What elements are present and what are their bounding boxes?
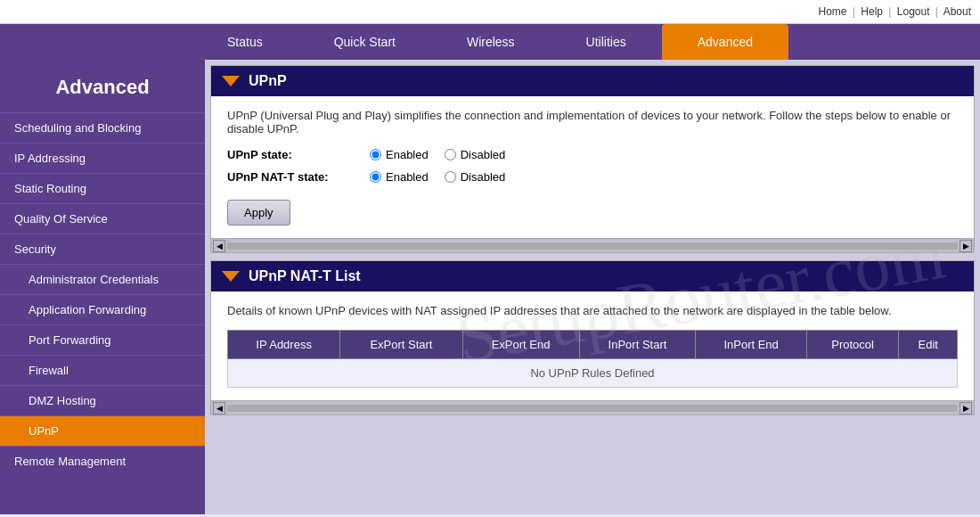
upnp-section-header: UPnP	[211, 66, 974, 96]
about-link[interactable]: About	[943, 5, 971, 18]
sidebar-item-port-forwarding[interactable]: Port Forwarding	[0, 324, 205, 355]
nat-scrollbar[interactable]: ◀ ▶	[211, 400, 974, 414]
upnp-nat-radios: Enabled Disabled	[370, 170, 505, 184]
upnp-nat-section: UPnP NAT-T List Details of known UPnP de…	[210, 260, 975, 415]
sidebar-item-upnp[interactable]: UPnP	[0, 415, 205, 446]
upnp-nat-section-header: UPnP NAT-T List	[211, 261, 974, 291]
sidebar-item-remote-management[interactable]: Remote Management	[0, 446, 205, 476]
table-header-row: IP Address ExPort Start ExPort End InPor…	[228, 331, 958, 359]
upnp-state-row: UPnP state: Enabled Disabled	[227, 148, 958, 161]
logout-link[interactable]: Logout	[897, 5, 930, 18]
empty-message: No UPnP Rules Defined	[228, 359, 958, 388]
upnp-state-enabled-label: Enabled	[386, 148, 429, 161]
upnp-nat-table: IP Address ExPort Start ExPort End InPor…	[227, 330, 958, 388]
home-link[interactable]: Home	[818, 5, 846, 18]
sidebar-item-static-routing[interactable]: Static Routing	[0, 173, 205, 203]
col-protocol: Protocol	[806, 331, 899, 359]
upnp-nat-disabled-radio[interactable]	[445, 171, 456, 183]
nat-collapse-icon[interactable]	[222, 271, 240, 282]
upnp-body: UPnP (Universal Plug and Play) simplifie…	[211, 96, 974, 238]
col-inport-start: InPort Start	[579, 331, 696, 359]
upnp-state-radios: Enabled Disabled	[370, 148, 505, 161]
nav-wireless[interactable]: Wireless	[431, 24, 551, 60]
scroll-left-arrow[interactable]: ◀	[213, 240, 225, 252]
help-link[interactable]: Help	[861, 5, 883, 18]
upnp-state-label: UPnP state:	[227, 148, 370, 161]
main-layout: Advanced Scheduling and Blocking IP Addr…	[0, 60, 980, 514]
upnp-nat-enabled-radio[interactable]	[370, 171, 381, 183]
upnp-nat-label: UPnP NAT-T state:	[227, 170, 370, 184]
nat-scroll-right-arrow[interactable]: ▶	[960, 402, 972, 414]
sidebar-item-security[interactable]: Security	[0, 234, 205, 264]
upnp-nat-disabled-option[interactable]: Disabled	[445, 170, 506, 184]
sidebar-item-scheduling[interactable]: Scheduling and Blocking	[0, 112, 205, 143]
scroll-right-arrow[interactable]: ▶	[960, 240, 972, 252]
nav-advanced[interactable]: Advanced	[662, 24, 788, 60]
upnp-nat-row: UPnP NAT-T state: Enabled Disabled	[227, 170, 958, 184]
nat-scroll-left-arrow[interactable]: ◀	[213, 402, 225, 414]
sidebar-item-firewall[interactable]: Firewall	[0, 355, 205, 385]
upnp-scrollbar[interactable]: ◀ ▶	[211, 238, 974, 252]
upnp-nat-disabled-label: Disabled	[461, 170, 506, 184]
nav-utilities[interactable]: Utilities	[551, 24, 662, 60]
upnp-state-disabled-option[interactable]: Disabled	[445, 148, 506, 161]
upnp-state-enabled-option[interactable]: Enabled	[370, 148, 429, 161]
nav-quick-start[interactable]: Quick Start	[298, 24, 431, 60]
sidebar-item-qos[interactable]: Quality Of Service	[0, 203, 205, 234]
nav-status[interactable]: Status	[192, 24, 298, 60]
top-bar: Home | Help | Logout | About	[0, 0, 980, 24]
col-export-start: ExPort Start	[340, 331, 462, 359]
upnp-title: UPnP	[249, 73, 287, 89]
upnp-section: UPnP UPnP (Universal Plug and Play) simp…	[210, 65, 975, 253]
col-ip-address: IP Address	[228, 331, 340, 359]
scroll-track[interactable]	[227, 242, 958, 250]
upnp-state-disabled-radio[interactable]	[445, 149, 456, 160]
nav-bar: Status Quick Start Wireless Utilities Ad…	[0, 24, 980, 60]
sidebar-item-dmz-hosting[interactable]: DMZ Hosting	[0, 385, 205, 415]
collapse-icon[interactable]	[222, 76, 240, 86]
col-inport-end: InPort End	[696, 331, 806, 359]
table-empty-row: No UPnP Rules Defined	[228, 359, 958, 388]
col-export-end: ExPort End	[462, 331, 579, 359]
sidebar: Advanced Scheduling and Blocking IP Addr…	[0, 60, 205, 514]
upnp-state-enabled-radio[interactable]	[370, 149, 381, 160]
upnp-nat-description: Details of known UPnP devices with NAT a…	[227, 304, 958, 317]
content-area: SetupRouter.com UPnP UPnP (Universal Plu…	[205, 60, 980, 514]
sidebar-item-ip-addressing[interactable]: IP Addressing	[0, 143, 205, 173]
col-edit: Edit	[899, 331, 958, 359]
apply-button[interactable]: Apply	[227, 200, 290, 226]
sidebar-title: Advanced	[0, 60, 205, 112]
sidebar-item-admin-credentials[interactable]: Administrator Credentials	[0, 264, 205, 294]
upnp-description: UPnP (Universal Plug and Play) simplifie…	[227, 109, 958, 135]
upnp-nat-enabled-option[interactable]: Enabled	[370, 170, 429, 184]
upnp-state-disabled-label: Disabled	[461, 148, 506, 161]
upnp-nat-body: Details of known UPnP devices with NAT a…	[211, 291, 974, 400]
nat-scroll-track[interactable]	[227, 405, 958, 412]
upnp-nat-enabled-label: Enabled	[386, 170, 429, 184]
upnp-nat-title: UPnP NAT-T List	[249, 268, 361, 284]
sidebar-item-app-forwarding[interactable]: Application Forwarding	[0, 294, 205, 324]
